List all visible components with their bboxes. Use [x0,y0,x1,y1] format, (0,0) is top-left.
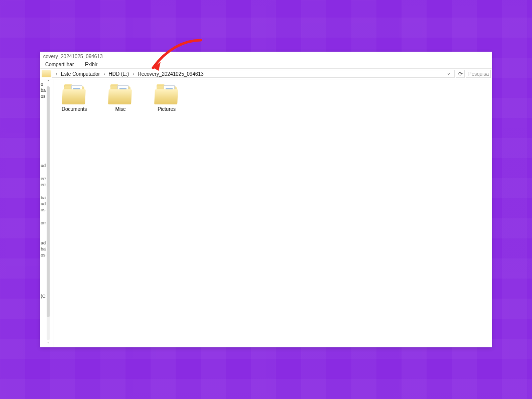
chevron-right-icon: › [54,71,59,77]
window-titlebar: covery_20241025_094613 [40,52,492,60]
sidebar-item[interactable]: ompu [40,220,46,226]
window-title: covery_20241025_094613 [43,54,102,59]
sidebar-item[interactable]: os [40,93,46,99]
folder-grid: DocumentsMiscPictures [58,84,488,112]
sidebar-item[interactable] [40,142,46,149]
breadcrumb[interactable]: › Este Computador › HDD (E:) › Recovery_… [52,70,455,78]
sidebar-item[interactable]: os [40,252,46,258]
sidebar-item[interactable] [40,120,46,127]
sidebar-item[interactable] [40,127,46,135]
chevron-right-icon: › [102,71,106,77]
sidebar-item[interactable] [40,265,46,272]
sidebar-item[interactable] [40,188,46,195]
explorer-body: ˄ ˅ obaosudersonemailbalhoud Fosompuador… [40,79,492,347]
sidebar-item[interactable]: email [40,182,46,188]
sidebar-item[interactable] [40,272,46,279]
refresh-icon: ⟳ [458,71,463,77]
sidebar-item[interactable]: os [40,207,46,213]
sidebar-item[interactable]: o [40,81,46,87]
sidebar-item[interactable] [40,156,46,163]
breadcrumb-item[interactable]: Este Computador [59,71,102,77]
scrollbar-thumb[interactable] [47,86,50,317]
search-input[interactable]: Pesquisa [466,70,491,78]
sidebar[interactable]: ˄ ˅ obaosudersonemailbalhoud Fosompuador… [40,79,54,347]
sidebar-item[interactable]: ba [40,87,46,93]
sidebar-item[interactable] [40,149,46,156]
address-bar-row: › Este Computador › HDD (E:) › Recovery_… [40,68,492,79]
address-folder-icon[interactable] [42,70,51,77]
folder-label: Misc [115,106,126,112]
folder-label: Documents [62,106,87,112]
sidebar-item[interactable] [40,258,46,265]
menu-share[interactable]: Compartilhar [43,61,76,68]
sidebar-item[interactable] [40,99,46,106]
sidebar-item[interactable] [40,135,46,142]
menu-view[interactable]: Exibir [83,61,99,68]
sidebar-item[interactable]: ud F [40,201,46,207]
address-dropdown-icon[interactable]: v [445,71,452,76]
folder-item[interactable]: Documents [58,84,90,112]
folder-item[interactable]: Pictures [151,84,183,112]
sidebar-item[interactable]: balho [40,246,46,252]
sidebar-item[interactable] [40,169,46,176]
sidebar-item[interactable] [40,226,46,233]
sidebar-items: obaosudersonemailbalhoud Fosompuadorbalh… [40,81,46,345]
sidebar-item[interactable]: ador [40,240,46,246]
sidebar-item[interactable] [40,106,46,113]
explorer-window: covery_20241025_094613 Compartilhar Exib… [40,52,492,347]
sidebar-item[interactable]: ud [40,163,46,169]
sidebar-item[interactable]: erson [40,176,46,182]
sidebar-item[interactable] [40,286,46,293]
sidebar-item[interactable]: balho [40,195,46,201]
folder-item[interactable]: Misc [104,84,137,112]
folder-icon [108,84,132,104]
search-placeholder: Pesquisa [468,71,489,77]
sidebar-item[interactable]: (C:) [40,293,46,299]
folder-icon [62,84,86,104]
chevron-right-icon: › [131,71,136,77]
sidebar-item[interactable] [40,279,46,286]
menu-bar: Compartilhar Exibir [40,60,492,68]
breadcrumb-item[interactable]: HDD (E:) [107,71,131,77]
sidebar-item[interactable] [40,233,46,240]
refresh-button[interactable]: ⟳ [456,70,465,78]
folder-content-pane[interactable]: DocumentsMiscPictures [54,79,492,347]
sidebar-item[interactable] [40,113,46,120]
folder-label: Pictures [158,106,176,112]
breadcrumb-item[interactable]: Recovery_20241025_094613 [136,71,205,77]
folder-icon [155,84,179,104]
sidebar-item[interactable] [40,213,46,220]
